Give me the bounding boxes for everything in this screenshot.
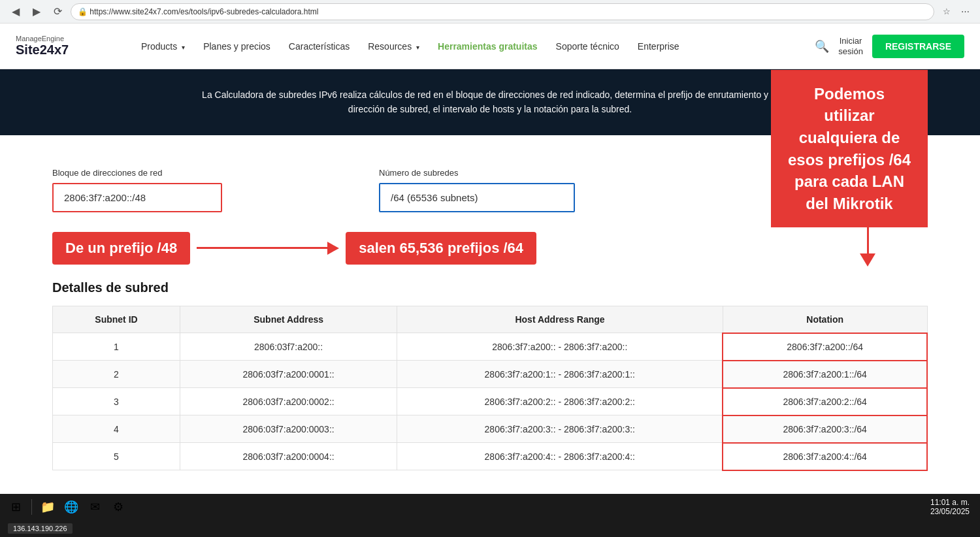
browser-chrome: ◀ ▶ ⟳ 🔒 https://www.site24x7.com/es/tool… bbox=[0, 0, 980, 24]
nav-right: 🔍 Iniciar sesión REGISTRARSE bbox=[815, 35, 964, 58]
table-row: 52806:03f7:a200:0004::2806:3f7:a200:4:: … bbox=[53, 443, 928, 470]
subnet-count-label: Número de subredes bbox=[379, 168, 575, 178]
col-notation: Notation bbox=[723, 306, 927, 333]
left-annotation-box: De un prefijo /48 bbox=[52, 232, 190, 265]
cell-notation: 2806:3f7:a200:3::/64 bbox=[723, 415, 927, 443]
table-header-row: Subnet ID Subnet Address Host Address Ra… bbox=[53, 306, 928, 333]
chevron-down-icon: ▾ bbox=[182, 44, 185, 51]
cell-notation: 2806:3f7:a200:4::/64 bbox=[723, 443, 927, 470]
cell-subnet-address: 2806:03f7:a200:0001:: bbox=[180, 361, 397, 388]
arrow-right bbox=[197, 242, 339, 255]
nav-enterprise[interactable]: Enterprise bbox=[630, 36, 687, 57]
table-container[interactable]: Subnet ID Subnet Address Host Address Ra… bbox=[52, 306, 928, 471]
network-block-group: Bloque de direcciones de red bbox=[52, 168, 222, 212]
annotation-row: De un prefijo /48 salen 65,536 prefijos … bbox=[52, 232, 928, 265]
section-title: Detalles de subred bbox=[52, 280, 928, 295]
logo-bottom: Site24x7 bbox=[16, 42, 69, 57]
network-block-input[interactable] bbox=[52, 183, 222, 212]
chevron-down-icon: ▾ bbox=[416, 44, 419, 51]
cell-subnet-address: 2806:03f7:a200:: bbox=[180, 333, 397, 361]
col-subnet-id: Subnet ID bbox=[53, 306, 180, 333]
cell-subnet-id: 1 bbox=[53, 333, 180, 361]
cell-subnet-address: 2806:03f7:a200:0002:: bbox=[180, 388, 397, 415]
table-row: 12806:03f7:a200::2806:3f7:a200:: - 2806:… bbox=[53, 333, 928, 361]
cell-notation: 2806:3f7:a200:2::/64 bbox=[723, 388, 927, 415]
cell-subnet-id: 3 bbox=[53, 388, 180, 415]
navbar: ManageEngine Site24x7 Products ▾ Planes … bbox=[0, 24, 980, 69]
cell-host-range: 2806:3f7:a200:4:: - 2806:3f7:a200:4:: bbox=[397, 443, 723, 470]
cell-host-range: 2806:3f7:a200:2:: - 2806:3f7:a200:2:: bbox=[397, 388, 723, 415]
login-button[interactable]: Iniciar sesión bbox=[838, 36, 863, 56]
url-text: https://www.site24x7.com/es/tools/ipv6-s… bbox=[90, 7, 318, 16]
cell-host-range: 2806:3f7:a200:: - 2806:3f7:a200:: bbox=[397, 333, 723, 361]
subnet-count-input[interactable] bbox=[379, 183, 575, 212]
nav-products[interactable]: Products ▾ bbox=[133, 36, 193, 57]
star-icon[interactable]: ☆ bbox=[939, 5, 954, 19]
nav-links: Products ▾ Planes y precios Característi… bbox=[133, 36, 802, 57]
cell-host-range: 2806:3f7:a200:3:: - 2806:3f7:a200:3:: bbox=[397, 415, 723, 443]
cell-subnet-id: 5 bbox=[53, 443, 180, 470]
refresh-button[interactable]: ⟳ bbox=[50, 4, 65, 20]
popup-arrow-down bbox=[860, 214, 875, 267]
cell-notation: 2806:3f7:a200:1::/64 bbox=[723, 361, 927, 388]
nav-planes[interactable]: Planes y precios bbox=[195, 36, 278, 57]
subnet-count-group: Número de subredes bbox=[379, 168, 575, 212]
subnet-table: Subnet ID Subnet Address Host Address Ra… bbox=[52, 306, 928, 471]
network-block-label: Bloque de direcciones de red bbox=[52, 168, 222, 178]
nav-caracteristicas[interactable]: Características bbox=[281, 36, 357, 57]
forward-button[interactable]: ▶ bbox=[29, 4, 44, 20]
cell-subnet-id: 4 bbox=[53, 415, 180, 443]
col-host-range: Host Address Range bbox=[397, 306, 723, 333]
nav-resources[interactable]: Resources ▾ bbox=[360, 36, 427, 57]
back-button[interactable]: ◀ bbox=[8, 4, 24, 20]
lock-icon: 🔒 bbox=[78, 7, 88, 16]
cell-subnet-id: 2 bbox=[53, 361, 180, 388]
logo-area[interactable]: ManageEngine Site24x7 bbox=[16, 35, 120, 57]
table-row: 22806:03f7:a200:0001::2806:3f7:a200:1:: … bbox=[53, 361, 928, 388]
main-content: Podemos utilizar cualquiera de esos pref… bbox=[0, 135, 980, 491]
center-annotation-box: salen 65,536 prefijos /64 bbox=[346, 232, 536, 265]
table-row: 32806:03f7:a200:0002::2806:3f7:a200:2:: … bbox=[53, 388, 928, 415]
hero-description: La Calculadora de subredes IPv6 realiza … bbox=[196, 88, 784, 117]
search-icon[interactable]: 🔍 bbox=[815, 39, 829, 54]
cell-notation: 2806:3f7:a200::/64 bbox=[723, 333, 927, 361]
popup-annotation: Podemos utilizar cualquiera de esos pref… bbox=[771, 70, 928, 228]
register-button[interactable]: REGISTRARSE bbox=[872, 35, 964, 58]
cell-subnet-address: 2806:03f7:a200:0003:: bbox=[180, 415, 397, 443]
table-row: 42806:03f7:a200:0003::2806:3f7:a200:3:: … bbox=[53, 415, 928, 443]
nav-herramientas[interactable]: Herramientas gratuitas bbox=[430, 36, 546, 57]
col-subnet-address: Subnet Address bbox=[180, 306, 397, 333]
cell-host-range: 2806:3f7:a200:1:: - 2806:3f7:a200:1:: bbox=[397, 361, 723, 388]
address-bar[interactable]: 🔒 https://www.site24x7.com/es/tools/ipv6… bbox=[71, 3, 934, 20]
cell-subnet-address: 2806:03f7:a200:0004:: bbox=[180, 443, 397, 470]
browser-icons: ☆ ⋯ bbox=[939, 5, 972, 19]
menu-icon[interactable]: ⋯ bbox=[958, 5, 972, 19]
logo-top: ManageEngine bbox=[16, 35, 69, 42]
nav-soporte[interactable]: Soporte técnico bbox=[548, 36, 627, 57]
